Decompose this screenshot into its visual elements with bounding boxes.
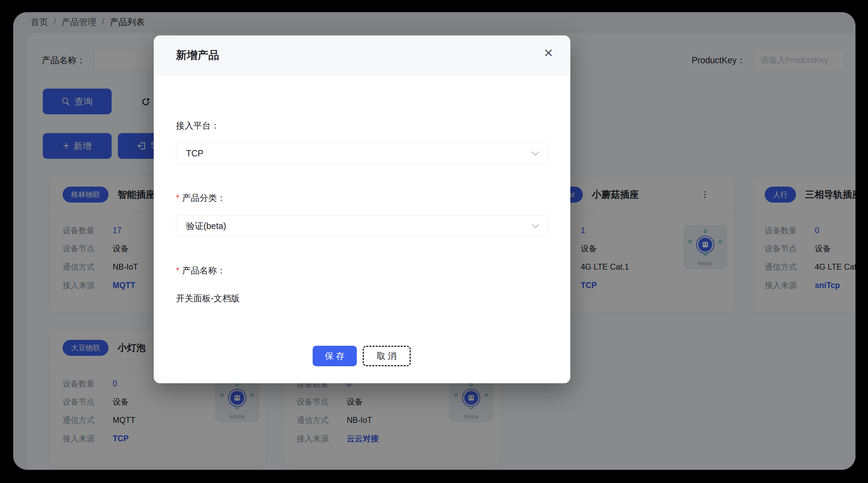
modal-body: 接入平台： TCP *产品分类： 验证(beta) *产品名称： 开关面板-文档…	[154, 75, 570, 333]
required-mark: *	[176, 265, 179, 275]
product-name-label: *产品名称：	[176, 265, 226, 276]
required-mark: *	[176, 193, 179, 203]
add-product-modal: 新增产品 × 接入平台： TCP *产品分类： 验证(beta) *产品名称： …	[154, 35, 570, 383]
save-button[interactable]: 保 存	[313, 346, 357, 366]
modal-header: 新增产品 ×	[154, 35, 570, 75]
chevron-down-icon	[532, 221, 539, 228]
product-name-value[interactable]: 开关面板-文档版	[176, 293, 240, 304]
platform-selected-value: TCP	[186, 148, 203, 158]
category-label: *产品分类：	[176, 192, 226, 204]
modal-title: 新增产品	[176, 48, 219, 63]
close-icon[interactable]: ×	[544, 45, 553, 60]
screen: 首页 / 产品管理 / 产品列表 产品名称： ProductKey： 查询 重置…	[0, 0, 868, 483]
platform-select[interactable]: TCP	[176, 142, 548, 164]
chevron-down-icon	[532, 148, 539, 156]
category-selected-value: 验证(beta)	[186, 220, 226, 232]
cancel-button[interactable]: 取 消	[363, 346, 411, 366]
platform-label: 接入平台：	[176, 120, 219, 131]
category-select[interactable]: 验证(beta)	[176, 215, 548, 237]
